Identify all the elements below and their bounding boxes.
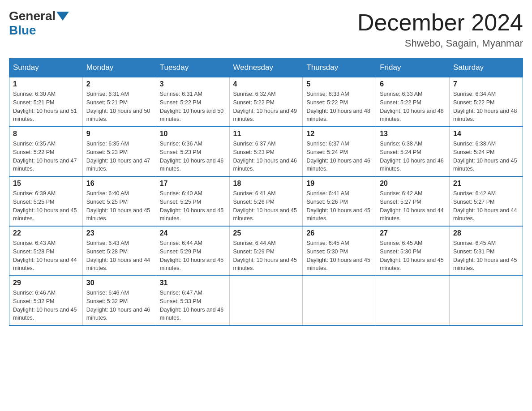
- day-cell-12: 12Sunrise: 6:37 AMSunset: 5:24 PMDayligh…: [303, 127, 376, 176]
- day-cell-17: 17Sunrise: 6:40 AMSunset: 5:25 PMDayligh…: [156, 176, 229, 226]
- day-cell-8: 8Sunrise: 6:35 AMSunset: 5:22 PMDaylight…: [9, 127, 83, 176]
- day-info: Sunrise: 6:37 AMSunset: 5:23 PMDaylight:…: [233, 140, 299, 173]
- day-number: 30: [86, 279, 152, 287]
- day-info: Sunrise: 6:35 AMSunset: 5:23 PMDaylight:…: [86, 140, 152, 173]
- day-info: Sunrise: 6:36 AMSunset: 5:23 PMDaylight:…: [160, 140, 226, 173]
- day-number: 17: [160, 180, 226, 188]
- day-info: Sunrise: 6:41 AMSunset: 5:26 PMDaylight:…: [233, 189, 299, 223]
- day-info: Sunrise: 6:40 AMSunset: 5:25 PMDaylight:…: [86, 189, 152, 223]
- day-cell-25: 25Sunrise: 6:44 AMSunset: 5:29 PMDayligh…: [229, 226, 303, 276]
- day-number: 1: [13, 80, 79, 88]
- day-cell-14: 14Sunrise: 6:38 AMSunset: 5:24 PMDayligh…: [450, 127, 523, 176]
- day-number: 20: [380, 180, 446, 188]
- calendar-table: SundayMondayTuesdayWednesdayThursdayFrid…: [9, 58, 523, 326]
- empty-cell: [376, 276, 450, 325]
- day-cell-7: 7Sunrise: 6:34 AMSunset: 5:22 PMDaylight…: [450, 77, 523, 127]
- day-number: 12: [306, 130, 372, 138]
- day-cell-22: 22Sunrise: 6:43 AMSunset: 5:28 PMDayligh…: [9, 226, 83, 276]
- day-info: Sunrise: 6:31 AMSunset: 5:21 PMDaylight:…: [86, 90, 152, 124]
- month-title: December 2024: [357, 9, 523, 36]
- day-cell-11: 11Sunrise: 6:37 AMSunset: 5:23 PMDayligh…: [229, 127, 303, 176]
- empty-cell: [450, 276, 523, 325]
- day-cell-6: 6Sunrise: 6:33 AMSunset: 5:22 PMDaylight…: [376, 77, 450, 127]
- day-info: Sunrise: 6:34 AMSunset: 5:22 PMDaylight:…: [453, 90, 519, 124]
- day-info: Sunrise: 6:31 AMSunset: 5:22 PMDaylight:…: [160, 90, 226, 124]
- day-cell-15: 15Sunrise: 6:39 AMSunset: 5:25 PMDayligh…: [9, 176, 83, 226]
- day-number: 25: [233, 229, 299, 237]
- day-info: Sunrise: 6:37 AMSunset: 5:24 PMDaylight:…: [306, 140, 372, 173]
- day-info: Sunrise: 6:45 AMSunset: 5:31 PMDaylight:…: [453, 239, 519, 273]
- weekday-header-thursday: Thursday: [303, 59, 376, 77]
- day-number: 26: [306, 229, 372, 237]
- day-number: 21: [453, 180, 519, 188]
- day-number: 14: [453, 130, 519, 138]
- day-number: 8: [13, 130, 79, 138]
- day-cell-5: 5Sunrise: 6:33 AMSunset: 5:22 PMDaylight…: [303, 77, 376, 127]
- empty-cell: [229, 276, 303, 325]
- day-info: Sunrise: 6:42 AMSunset: 5:27 PMDaylight:…: [453, 189, 519, 223]
- day-cell-29: 29Sunrise: 6:46 AMSunset: 5:32 PMDayligh…: [9, 276, 83, 325]
- logo-general-text: General: [9, 9, 56, 23]
- day-cell-26: 26Sunrise: 6:45 AMSunset: 5:30 PMDayligh…: [303, 226, 376, 276]
- day-number: 31: [160, 279, 226, 287]
- day-cell-19: 19Sunrise: 6:41 AMSunset: 5:26 PMDayligh…: [303, 176, 376, 226]
- day-number: 18: [233, 180, 299, 188]
- week-row-5: 29Sunrise: 6:46 AMSunset: 5:32 PMDayligh…: [9, 276, 523, 325]
- day-info: Sunrise: 6:38 AMSunset: 5:24 PMDaylight:…: [453, 140, 519, 173]
- week-row-3: 15Sunrise: 6:39 AMSunset: 5:25 PMDayligh…: [9, 176, 523, 226]
- day-number: 24: [160, 229, 226, 237]
- day-info: Sunrise: 6:47 AMSunset: 5:33 PMDaylight:…: [160, 289, 226, 322]
- day-cell-21: 21Sunrise: 6:42 AMSunset: 5:27 PMDayligh…: [450, 176, 523, 226]
- day-number: 3: [160, 80, 226, 88]
- logo-triangle-icon: [56, 12, 69, 21]
- day-number: 22: [13, 229, 79, 237]
- day-number: 4: [233, 80, 299, 88]
- week-row-2: 8Sunrise: 6:35 AMSunset: 5:22 PMDaylight…: [9, 127, 523, 176]
- week-row-4: 22Sunrise: 6:43 AMSunset: 5:28 PMDayligh…: [9, 226, 523, 276]
- day-info: Sunrise: 6:45 AMSunset: 5:30 PMDaylight:…: [306, 239, 372, 273]
- location-title: Shwebo, Sagain, Myanmar: [357, 38, 523, 49]
- day-info: Sunrise: 6:43 AMSunset: 5:28 PMDaylight:…: [86, 239, 152, 273]
- day-info: Sunrise: 6:38 AMSunset: 5:24 PMDaylight:…: [380, 140, 446, 173]
- day-info: Sunrise: 6:30 AMSunset: 5:21 PMDaylight:…: [13, 90, 79, 124]
- day-info: Sunrise: 6:40 AMSunset: 5:25 PMDaylight:…: [160, 189, 226, 223]
- day-cell-28: 28Sunrise: 6:45 AMSunset: 5:31 PMDayligh…: [450, 226, 523, 276]
- day-info: Sunrise: 6:44 AMSunset: 5:29 PMDaylight:…: [233, 239, 299, 273]
- day-info: Sunrise: 6:32 AMSunset: 5:22 PMDaylight:…: [233, 90, 299, 124]
- day-info: Sunrise: 6:43 AMSunset: 5:28 PMDaylight:…: [13, 239, 79, 273]
- day-cell-10: 10Sunrise: 6:36 AMSunset: 5:23 PMDayligh…: [156, 127, 229, 176]
- day-number: 6: [380, 80, 446, 88]
- day-info: Sunrise: 6:39 AMSunset: 5:25 PMDaylight:…: [13, 189, 79, 223]
- day-info: Sunrise: 6:45 AMSunset: 5:30 PMDaylight:…: [380, 239, 446, 273]
- day-info: Sunrise: 6:41 AMSunset: 5:26 PMDaylight:…: [306, 189, 372, 223]
- day-number: 2: [86, 80, 152, 88]
- day-number: 5: [306, 80, 372, 88]
- day-number: 16: [86, 180, 152, 188]
- day-number: 29: [13, 279, 79, 287]
- day-cell-31: 31Sunrise: 6:47 AMSunset: 5:33 PMDayligh…: [156, 276, 229, 325]
- day-cell-27: 27Sunrise: 6:45 AMSunset: 5:30 PMDayligh…: [376, 226, 450, 276]
- day-number: 15: [13, 180, 79, 188]
- weekday-header-saturday: Saturday: [450, 59, 523, 77]
- day-number: 10: [160, 130, 226, 138]
- day-number: 11: [233, 130, 299, 138]
- day-cell-13: 13Sunrise: 6:38 AMSunset: 5:24 PMDayligh…: [376, 127, 450, 176]
- day-info: Sunrise: 6:42 AMSunset: 5:27 PMDaylight:…: [380, 189, 446, 223]
- day-info: Sunrise: 6:46 AMSunset: 5:32 PMDaylight:…: [13, 289, 79, 322]
- day-cell-23: 23Sunrise: 6:43 AMSunset: 5:28 PMDayligh…: [82, 226, 156, 276]
- weekday-header-sunday: Sunday: [9, 59, 83, 77]
- day-cell-9: 9Sunrise: 6:35 AMSunset: 5:23 PMDaylight…: [82, 127, 156, 176]
- logo: General Blue: [9, 9, 70, 38]
- day-number: 7: [453, 80, 519, 88]
- week-row-1: 1Sunrise: 6:30 AMSunset: 5:21 PMDaylight…: [9, 77, 523, 127]
- day-number: 27: [380, 229, 446, 237]
- day-info: Sunrise: 6:44 AMSunset: 5:29 PMDaylight:…: [160, 239, 226, 273]
- logo-blue-text: Blue: [9, 23, 36, 38]
- day-number: 13: [380, 130, 446, 138]
- weekday-header-wednesday: Wednesday: [229, 59, 303, 77]
- day-cell-1: 1Sunrise: 6:30 AMSunset: 5:21 PMDaylight…: [9, 77, 83, 127]
- weekday-header-row: SundayMondayTuesdayWednesdayThursdayFrid…: [9, 59, 523, 77]
- weekday-header-monday: Monday: [82, 59, 156, 77]
- day-cell-30: 30Sunrise: 6:46 AMSunset: 5:32 PMDayligh…: [82, 276, 156, 325]
- page-header: General Blue December 2024 Shwebo, Sagai…: [9, 9, 523, 49]
